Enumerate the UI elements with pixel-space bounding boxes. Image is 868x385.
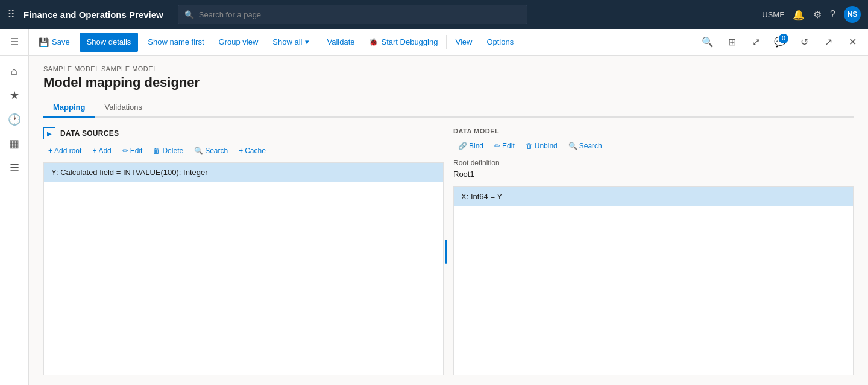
dm-tree-item[interactable]: X: Int64 = Y (454, 187, 853, 206)
search-dm-icon: 🔍 (568, 142, 577, 150)
sidebar-item-workspaces[interactable]: ▦ (4, 133, 25, 154)
top-navigation: ⠿ Finance and Operations Preview 🔍 USMF … (0, 0, 868, 29)
search-icon: 🔍 (184, 10, 194, 19)
sidebar-item-recent[interactable]: 🕐 (4, 109, 25, 130)
grid-layout-icon: ⊞ (728, 36, 736, 48)
sidebar-item-home[interactable]: ⌂ (4, 60, 25, 82)
command-bar-right: 🔍 ⊞ ⤢ 💬 0 ↺ ↗ ✕ (697, 31, 863, 53)
data-model-header: DATA MODEL (453, 127, 854, 135)
separator-2 (446, 35, 447, 49)
app-title: Finance and Operations Preview (24, 10, 163, 20)
search-icon: 🔍 (702, 36, 714, 48)
tabs: Mapping Validations (43, 98, 854, 118)
top-nav-right: USMF 🔔 ⚙ ? NS (762, 6, 861, 23)
search-icon: 🔍 (194, 147, 203, 155)
badge-container: 💬 0 (769, 31, 791, 53)
settings-icon[interactable]: ⚙ (813, 9, 822, 21)
unbind-button[interactable]: 🗑 Unbind (521, 139, 562, 153)
hamburger-button[interactable]: ☰ (0, 29, 29, 56)
data-model-panel: DATA MODEL 🔗 Bind ✏ Edit 🗑 Unbind (453, 127, 854, 375)
help-icon[interactable]: ? (830, 9, 835, 20)
designer-area: ▶ DATA SOURCES + Add root + Add ✏ Edit (29, 118, 868, 385)
cache-icon: + (239, 147, 243, 155)
grid-layout-button[interactable]: ⊞ (721, 31, 743, 53)
notification-icon[interactable]: 🔔 (793, 9, 805, 21)
data-sources-title: DATA SOURCES (60, 129, 119, 138)
show-details-button[interactable]: Show details (80, 33, 139, 52)
show-all-button[interactable]: Show all ▾ (265, 29, 316, 56)
plus-icon: + (48, 147, 52, 155)
edit-button[interactable]: ✏ Edit (118, 144, 148, 158)
refresh-button[interactable]: ↺ (793, 31, 815, 53)
page-header: SAMPLE MODEL SAMPLE MODEL Model mapping … (29, 56, 868, 98)
content-area: SAMPLE MODEL SAMPLE MODEL Model mapping … (29, 56, 868, 385)
data-model-toolbar: 🔗 Bind ✏ Edit 🗑 Unbind 🔍 Search (453, 139, 854, 153)
edit-icon: ✏ (122, 147, 128, 155)
page-title: Model mapping designer (43, 75, 854, 91)
unbind-icon: 🗑 (526, 142, 533, 150)
refresh-icon: ↺ (800, 36, 808, 48)
root-def-value: Root1 (453, 170, 502, 180)
tree-item[interactable]: Y: Calculated field = INTVALUE(100): Int… (44, 163, 443, 182)
search-button[interactable]: 🔍 (697, 31, 719, 53)
home-icon: ⌂ (11, 65, 17, 78)
tab-validations[interactable]: Validations (95, 98, 152, 118)
add-button[interactable]: + Add (87, 144, 116, 158)
close-icon: ✕ (849, 36, 857, 48)
external-link-button[interactable]: ↗ (817, 31, 839, 53)
search-ds-button[interactable]: 🔍 Search (189, 144, 233, 158)
expand-icon: ⤢ (752, 36, 760, 48)
root-def-label: Root definition (453, 159, 854, 167)
grid-icon[interactable]: ⠿ (7, 8, 15, 21)
save-icon: 💾 (39, 37, 49, 47)
bind-button[interactable]: 🔗 Bind (453, 139, 488, 153)
search-dm-button[interactable]: 🔍 Search (564, 139, 607, 153)
global-search-bar[interactable]: 🔍 (178, 5, 527, 24)
cache-button[interactable]: + Cache (234, 144, 271, 158)
breadcrumb: SAMPLE MODEL SAMPLE MODEL (43, 65, 854, 72)
debug-icon: 🐞 (369, 38, 378, 46)
delete-icon: 🗑 (153, 147, 160, 155)
command-bar: ☰ 💾 Save Show details Show name first Gr… (0, 29, 868, 56)
expand-button[interactable]: ⤢ (745, 31, 767, 53)
clock-icon: 🕐 (8, 113, 21, 126)
left-sidebar: ⌂ ★ 🕐 ▦ ☰ (0, 56, 29, 385)
grid-icon: ▦ (9, 137, 19, 150)
panel-divider[interactable] (444, 127, 448, 375)
chevron-down-icon: ▾ (305, 37, 309, 46)
global-search-input[interactable] (199, 10, 521, 19)
edit-dm-button[interactable]: ✏ Edit (489, 139, 520, 153)
sidebar-item-modules[interactable]: ☰ (4, 157, 25, 179)
edit-dm-icon: ✏ (494, 142, 500, 150)
separator-1 (318, 35, 318, 49)
delete-button[interactable]: 🗑 Delete (148, 144, 188, 158)
group-view-button[interactable]: Group view (212, 29, 266, 56)
bind-icon: 🔗 (458, 142, 467, 150)
plus-icon-2: + (92, 147, 96, 155)
add-root-button[interactable]: + Add root (43, 144, 86, 158)
validate-button[interactable]: Validate (319, 29, 362, 56)
data-model-tree[interactable]: X: Int64 = Y (453, 186, 854, 375)
view-button[interactable]: View (448, 29, 479, 56)
data-sources-toolbar: + Add root + Add ✏ Edit 🗑 Delete (43, 144, 444, 158)
show-name-first-button[interactable]: Show name first (140, 29, 211, 56)
options-button[interactable]: Options (479, 29, 521, 56)
modules-icon: ☰ (10, 161, 19, 174)
hamburger-icon: ☰ (10, 36, 19, 48)
close-button[interactable]: ✕ (841, 31, 863, 53)
sidebar-item-favorites[interactable]: ★ (4, 84, 25, 106)
external-link-icon: ↗ (825, 36, 832, 48)
data-sources-panel: ▶ DATA SOURCES + Add root + Add ✏ Edit (43, 127, 444, 375)
start-debugging-button[interactable]: 🐞 Start Debugging (362, 29, 445, 56)
username-label: USMF (762, 10, 784, 19)
user-avatar[interactable]: NS (844, 6, 861, 23)
tab-mapping[interactable]: Mapping (43, 98, 95, 118)
star-icon: ★ (10, 89, 19, 102)
expand-panel-button[interactable]: ▶ (43, 127, 55, 139)
divider-line (445, 240, 447, 264)
main-layout: ⌂ ★ 🕐 ▦ ☰ SAMPLE MODEL SAMPLE MODEL Mode… (0, 56, 868, 385)
root-definition-section: Root definition Root1 (453, 159, 854, 180)
data-sources-tree[interactable]: Y: Calculated field = INTVALUE(100): Int… (43, 162, 444, 375)
save-button[interactable]: 💾 Save (31, 29, 77, 56)
data-sources-header: ▶ DATA SOURCES (43, 127, 444, 139)
